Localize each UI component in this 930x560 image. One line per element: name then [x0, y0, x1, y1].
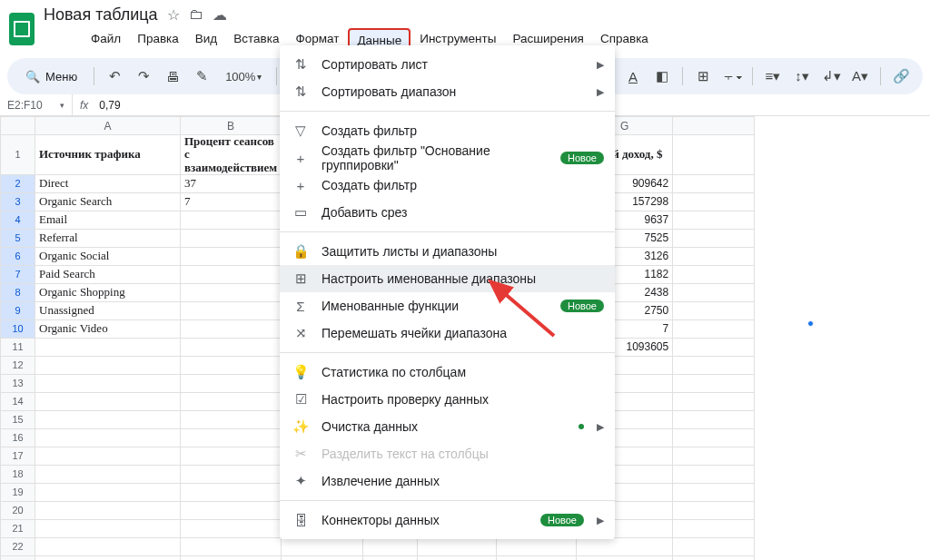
menu-search[interactable]: 🔍 Меню: [16, 66, 86, 87]
menu-item[interactable]: ΣИменованные функцииНовое: [280, 292, 615, 319]
link-button[interactable]: 🔗: [888, 64, 914, 89]
borders-button[interactable]: ⊞: [690, 64, 716, 89]
menu-item[interactable]: ▭Добавить срез: [280, 199, 615, 226]
text-color-button[interactable]: A: [620, 64, 646, 89]
menu-вид[interactable]: Вид: [188, 28, 224, 53]
search-icon: 🔍: [25, 70, 40, 84]
h-align-button[interactable]: ≡▾: [760, 64, 786, 89]
menu-item[interactable]: ✨Очистка данных▶: [280, 413, 615, 440]
wrap-button[interactable]: ↲▾: [818, 64, 844, 89]
name-box[interactable]: E2:F10▾: [0, 94, 73, 115]
menu-item[interactable]: ⇅Сортировать лист▶: [280, 51, 615, 78]
doc-title[interactable]: Новая таблица: [44, 5, 158, 25]
cloud-icon[interactable]: ☁: [213, 6, 227, 24]
menu-item[interactable]: ▽Создать фильтр: [280, 117, 615, 144]
menu-вставка[interactable]: Вставка: [226, 28, 286, 53]
selection-handle[interactable]: [807, 320, 814, 327]
star-icon[interactable]: ☆: [167, 6, 180, 24]
menu-item[interactable]: 🔒Защитить листы и диапазоны: [280, 238, 615, 265]
rotate-button[interactable]: A▾: [847, 64, 873, 89]
paint-format-button[interactable]: ✎: [189, 64, 214, 89]
menu-item[interactable]: ☑Настроить проверку данных: [280, 386, 615, 413]
move-icon[interactable]: 🗀: [189, 6, 203, 24]
fx-icon: fx: [73, 99, 95, 112]
undo-button[interactable]: ↶: [102, 64, 127, 89]
fill-color-button[interactable]: ◧: [649, 64, 675, 89]
print-button[interactable]: 🖶: [160, 64, 185, 89]
menu-правка[interactable]: Правка: [130, 28, 186, 53]
menu-item[interactable]: 💡Статистика по столбцам: [280, 359, 615, 386]
menu-item[interactable]: ✦Извлечение данных: [280, 467, 615, 495]
menu-item[interactable]: ⊞Настроить именованные диапазоны: [280, 265, 615, 292]
sheets-logo-icon[interactable]: [9, 13, 35, 45]
menu-файл[interactable]: Файл: [84, 28, 128, 53]
redo-button[interactable]: ↷: [131, 64, 156, 89]
data-menu-dropdown: ⇅Сортировать лист▶⇅Сортировать диапазон▶…: [280, 45, 615, 539]
menu-item[interactable]: +Создать фильтр "Основание группировки"Н…: [280, 144, 615, 172]
menu-item: ✂Разделить текст на столбцы: [280, 440, 615, 467]
menu-item[interactable]: 🗄Коннекторы данныхНовое▶: [280, 506, 615, 534]
merge-button[interactable]: ⫟▾: [719, 64, 745, 89]
v-align-button[interactable]: ↕▾: [789, 64, 815, 89]
menu-item[interactable]: ⤨Перемешать ячейки диапазона: [280, 319, 615, 347]
menu-item[interactable]: ⇅Сортировать диапазон▶: [280, 78, 615, 105]
zoom-select[interactable]: 100% ▾: [218, 64, 269, 89]
menu-item[interactable]: +Создать фильтр: [280, 172, 615, 199]
